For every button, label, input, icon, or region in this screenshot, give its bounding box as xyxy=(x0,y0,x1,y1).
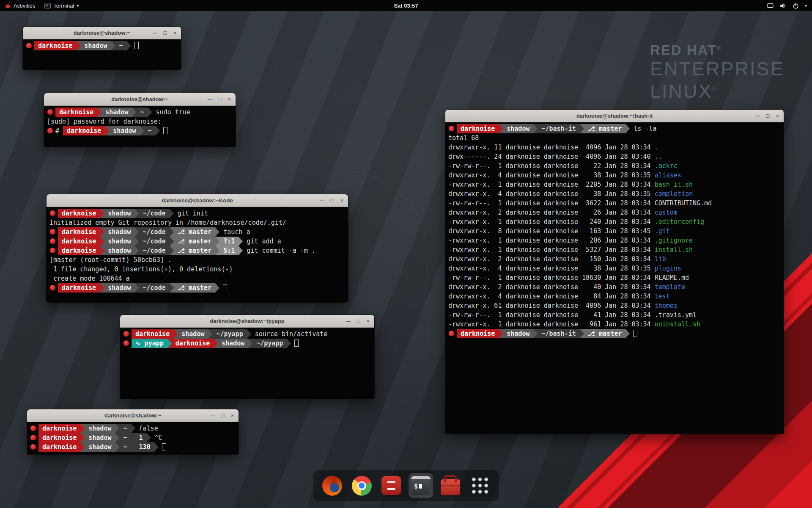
power-icon[interactable] xyxy=(792,2,799,9)
terminal-text: Initialized empty Git repository in /hom… xyxy=(49,219,286,226)
dock-chrome[interactable] xyxy=(349,473,374,498)
prompt-segment-code: 1 xyxy=(135,433,147,442)
terminal-text: custom xyxy=(655,209,678,216)
redhat-prompt-icon xyxy=(26,43,32,48)
terminal-content[interactable]: darknoiseshadow~ sudo true[sudo] passwor… xyxy=(44,106,236,147)
close-button[interactable]: × xyxy=(340,197,343,204)
prompt-segment-host: shadow xyxy=(104,227,134,237)
minimize-button[interactable]: ─ xyxy=(211,412,214,419)
powerline-arrow-icon xyxy=(170,283,174,293)
powerline-arrow-icon xyxy=(147,433,151,442)
terminal-content[interactable]: darknoiseshadow~/pyapp source bin/activa… xyxy=(120,328,374,399)
brand-line3: LINUX xyxy=(650,80,713,102)
display-icon[interactable] xyxy=(767,2,774,9)
prompt-segment-code: 130 xyxy=(135,442,154,452)
terminal-cursor xyxy=(162,443,166,450)
redhat-prompt-icon xyxy=(123,331,129,337)
prompt-segment-path: ~ xyxy=(119,442,131,452)
activities-button[interactable]: Activities xyxy=(0,0,40,11)
maximize-button[interactable]: □ xyxy=(218,96,222,102)
terminal-text: . xyxy=(655,144,658,151)
prompt-segment-host: shadow xyxy=(104,246,134,255)
dock-software[interactable] xyxy=(438,473,463,498)
close-button[interactable]: × xyxy=(776,113,779,119)
powerline-arrow-icon xyxy=(580,329,584,338)
minimize-button[interactable]: ─ xyxy=(208,96,211,102)
prompt-segment-path: ~/bash-it xyxy=(538,329,579,338)
titlebar[interactable]: darknoise@shadow:~ ─ □ × xyxy=(23,27,181,39)
maximize-button[interactable]: □ xyxy=(221,412,225,419)
volume-icon[interactable] xyxy=(779,2,787,9)
prompt-segment-path: ~/pyapp xyxy=(252,339,287,348)
titlebar[interactable]: darknoise@shadow:~/code ─ □ × xyxy=(47,194,348,207)
terminal-text: touch a xyxy=(219,228,250,236)
clock[interactable]: Sat 03:57 xyxy=(394,3,418,9)
powerline-arrow-icon xyxy=(173,329,178,339)
terminal-content[interactable]: darknoiseshadow~ falsedarknoiseshadow~1 … xyxy=(27,422,239,454)
powerline-arrow-icon xyxy=(148,108,152,117)
maximize-button[interactable]: □ xyxy=(357,318,360,324)
powerline-arrow-icon xyxy=(625,329,630,338)
prompt-segment-host: shadow xyxy=(85,424,115,433)
titlebar[interactable]: darknoise@shadow:~/bash-it ─ □ × xyxy=(445,110,784,122)
dock-files[interactable] xyxy=(379,473,403,498)
terminal-content[interactable]: darknoiseshadow~ xyxy=(23,39,181,70)
chevron-down-icon[interactable]: ▾ xyxy=(805,3,807,8)
prompt-segment-user: darknoise xyxy=(63,126,105,135)
powerline-arrow-icon xyxy=(100,283,104,293)
dock-app-grid[interactable] xyxy=(468,473,492,498)
prompt-segment-venv: ∿ pyapp xyxy=(132,339,167,348)
maximize-button[interactable]: □ xyxy=(766,113,770,119)
terminal-text: git add a xyxy=(243,237,281,245)
terminal-content[interactable]: darknoiseshadow~/code git initInitialize… xyxy=(47,207,348,302)
close-button[interactable]: × xyxy=(228,96,231,102)
minimize-button[interactable]: ─ xyxy=(346,318,350,324)
prompt-segment-path: ~ xyxy=(144,126,156,135)
powerline-arrow-icon xyxy=(97,108,102,117)
terminal-window-bash-it[interactable]: darknoise@shadow:~/bash-it ─ □ × darknoi… xyxy=(445,110,784,434)
minimize-button[interactable]: ─ xyxy=(320,197,324,204)
dock-firefox[interactable] xyxy=(320,473,344,498)
prompt-segment-host: shadow xyxy=(104,237,134,246)
close-button[interactable]: × xyxy=(366,318,370,324)
titlebar[interactable]: darknoise@shadow:~/pyapp ─ □ × xyxy=(120,315,374,328)
terminal-window-pyapp[interactable]: darknoise@shadow:~/pyapp ─ □ × darknoise… xyxy=(120,315,374,399)
terminal-window-code[interactable]: darknoise@shadow:~/code ─ □ × darknoises… xyxy=(47,194,348,302)
minimize-button[interactable]: ─ xyxy=(756,113,760,119)
powerline-arrow-icon xyxy=(170,237,174,246)
terminal-window-home-2[interactable]: darknoise@shadow:~ ─ □ × darknoiseshadow… xyxy=(27,409,239,454)
powerline-arrow-icon xyxy=(247,329,251,339)
maximize-button[interactable]: □ xyxy=(164,30,167,36)
terminal-text: aliases xyxy=(655,171,681,179)
prompt-segment-host: shadow xyxy=(85,433,115,442)
minimize-button[interactable]: ─ xyxy=(153,30,157,36)
powerline-arrow-icon xyxy=(214,339,218,348)
terminal-text: total 68 xyxy=(448,134,479,142)
terminal-content[interactable]: darknoiseshadow~/bash-it⎇ master ls -lat… xyxy=(445,122,784,434)
terminal-text: .editorconfig xyxy=(655,218,704,226)
terminal-window-home-1[interactable]: darknoise@shadow:~ ─ □ × darknoiseshadow… xyxy=(23,27,181,70)
terminal-text: bash_it.sh xyxy=(655,181,693,188)
close-button[interactable]: × xyxy=(173,30,176,36)
app-menu-terminal[interactable]: Terminal ▾ xyxy=(40,0,83,11)
terminal-text: git commit -a -m . xyxy=(243,247,315,254)
prompt-segment-path: ~/bash-it xyxy=(538,124,579,133)
prompt-segment-path: ~/code xyxy=(139,237,169,246)
maximize-button[interactable]: □ xyxy=(331,197,334,204)
powerline-arrow-icon xyxy=(111,41,115,50)
close-button[interactable]: × xyxy=(230,412,234,419)
terminal-text: .gitignore xyxy=(655,237,693,244)
window-title: darknoise@shadow:~/bash-it xyxy=(576,113,653,119)
dock-terminal[interactable]: $ xyxy=(409,473,433,498)
chevron-down-icon: ▾ xyxy=(77,3,79,8)
titlebar[interactable]: darknoise@shadow:~ ─ □ × xyxy=(27,409,239,422)
titlebar[interactable]: darknoise@shadow:~ ─ □ × xyxy=(44,93,236,106)
terminal-window-sudo[interactable]: darknoise@shadow:~ ─ □ × darknoiseshadow… xyxy=(44,93,236,147)
window-title: darknoise@shadow:~ xyxy=(104,412,161,419)
prompt-segment-git: ⎇ master xyxy=(584,124,626,133)
powerline-arrow-icon xyxy=(499,124,503,133)
prompt-segment-user: darknoise xyxy=(457,124,499,133)
terminal-icon: $ xyxy=(411,476,431,495)
window-title: darknoise@shadow:~/pyapp xyxy=(210,318,284,324)
terminal-text: install.sh xyxy=(655,246,693,254)
